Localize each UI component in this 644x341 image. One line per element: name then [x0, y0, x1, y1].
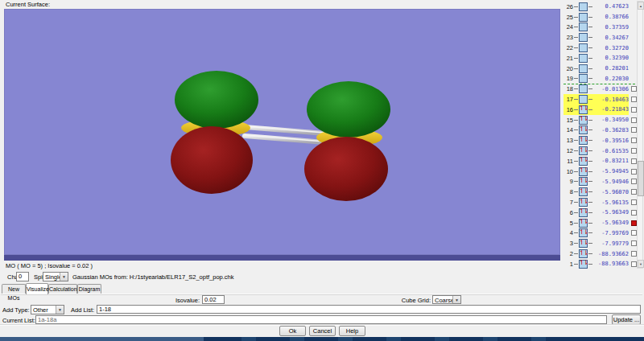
orbital-level-button[interactable]: ↿⇂	[579, 167, 588, 176]
mo-number: 11	[564, 158, 573, 165]
add-list-input[interactable]: 1-18	[97, 305, 641, 314]
mo-visible-checkbox[interactable]	[631, 117, 637, 123]
tab-visualize[interactable]: Visualize	[26, 283, 48, 294]
orbital-level-button[interactable]: ↿⇂	[579, 116, 588, 125]
mo-visible-checkbox[interactable]	[631, 230, 637, 236]
scroll-up-icon[interactable]: ▲	[638, 2, 644, 10]
mo-visible-checkbox[interactable]	[631, 251, 637, 257]
orbital-level-button[interactable]: ↿⇂	[579, 136, 588, 145]
mo-visible-checkbox[interactable]	[631, 86, 637, 92]
scrollbar-thumb[interactable]	[638, 161, 644, 196]
orbital-level-button[interactable]	[579, 13, 588, 22]
cancel-button[interactable]: Cancel	[309, 326, 336, 336]
orbital-level-button[interactable]: ↿⇂	[579, 105, 588, 114]
viewport-3d[interactable]	[4, 9, 560, 255]
level-tick	[574, 6, 578, 7]
level-tick	[574, 68, 578, 69]
mo-energy: -0.10463	[593, 97, 629, 103]
mo-row: 250.38766	[564, 12, 637, 23]
scroll-down-icon[interactable]: ▼	[638, 260, 644, 268]
chevron-down-icon[interactable]: ▼	[56, 306, 64, 314]
charge-input[interactable]: 0	[16, 272, 29, 281]
orbital-level-button[interactable]: ↿⇂	[579, 157, 588, 166]
level-tick	[574, 120, 578, 121]
electron-pair-icon: ↿⇂	[579, 188, 587, 195]
current-list-input[interactable]: 1a-18a	[35, 315, 607, 324]
orbital-level-button[interactable]: ↿⇂	[579, 187, 588, 196]
orbital-level-button[interactable]: ↿⇂	[579, 125, 588, 134]
mo-row: 18-0.01306	[564, 84, 637, 94]
tab-diagram[interactable]: Diagram	[77, 284, 101, 294]
mo-visible-checkbox[interactable]	[631, 148, 637, 154]
add-list-label: Add List:	[71, 306, 94, 314]
mo-visible-checkbox[interactable]	[631, 158, 637, 164]
mo-number: 4	[564, 229, 573, 236]
orbital-level-button[interactable]	[579, 23, 588, 31]
mo-row: 210.32390	[564, 53, 637, 64]
orbital-level-button[interactable]: ↿⇂	[579, 146, 588, 155]
mo-row: 200.28201	[564, 64, 637, 74]
electron-pair-icon: ↿⇂	[579, 219, 587, 225]
button-row-divider	[0, 324, 644, 325]
level-tick	[574, 191, 578, 192]
help-button[interactable]: Help	[339, 326, 365, 336]
orbital-level-button[interactable]: ↿⇂	[579, 198, 588, 207]
mo-visible-checkbox[interactable]	[631, 199, 637, 205]
chevron-down-icon[interactable]: ▼	[452, 296, 460, 303]
level-tick	[574, 150, 578, 151]
orbital-level-button[interactable]: ↿⇂	[579, 249, 588, 258]
orbital-level-button[interactable]: ↿⇂	[579, 260, 588, 269]
taskbar-segment	[0, 337, 204, 341]
spin-select[interactable]: Singlet ▼	[43, 272, 68, 281]
orbital-level-button[interactable]	[579, 33, 588, 42]
mo-row: 7↿⇂-5.96135	[564, 197, 637, 207]
orbital-level-button[interactable]: ↿⇂	[579, 208, 588, 217]
mo-visible-checkbox[interactable]	[631, 179, 637, 184]
add-type-select[interactable]: Other ▼	[31, 305, 64, 314]
mo-visible-checkbox[interactable]	[631, 210, 637, 216]
tab-new-mos[interactable]: New MOs	[2, 284, 26, 294]
mo-visible-checkbox[interactable]	[631, 240, 637, 246]
level-tick	[574, 243, 578, 244]
orbital-level-button[interactable]	[579, 84, 588, 93]
orbital-level-button[interactable]	[579, 43, 588, 52]
ok-button[interactable]: Ok	[279, 326, 306, 336]
mo-number: 10	[564, 168, 573, 175]
chevron-down-icon[interactable]: ▼	[60, 273, 68, 281]
orbital-level-button[interactable]	[579, 64, 588, 73]
negative-lobe	[304, 137, 388, 201]
orbital-level-button[interactable]	[579, 95, 588, 104]
electron-pair-icon: ↿⇂	[579, 260, 587, 266]
mo-visible-checkbox[interactable]	[631, 127, 637, 133]
mo-visible-checkbox[interactable]	[631, 169, 637, 175]
orbital-level-button[interactable]	[579, 2, 588, 11]
orbital-level-button[interactable]	[579, 54, 588, 63]
mo-row: 190.22030	[564, 74, 637, 84]
mo-visible-checkbox[interactable]	[631, 261, 637, 267]
orbital-level-button[interactable]: ↿⇂	[579, 219, 588, 228]
mo-row: 230.34267	[564, 32, 637, 43]
mo-list-scrollbar[interactable]: ▲ ▼	[637, 1, 643, 269]
mo-caption: MO ( MO = 5) ; Isovalue = 0.02 )	[6, 262, 93, 269]
orbital-level-button[interactable]: ↿⇂	[579, 239, 588, 248]
orbital-level-button[interactable]: ↿⇂	[579, 177, 588, 186]
positive-lobe	[175, 71, 258, 129]
mo-visible-checkbox[interactable]	[631, 220, 637, 226]
level-tick	[588, 171, 592, 172]
orbital-level-button[interactable]: ↿⇂	[579, 228, 588, 237]
isovalue-input[interactable]: 0.02	[202, 295, 225, 304]
mo-visible-checkbox[interactable]	[631, 107, 637, 113]
level-tick	[588, 212, 592, 213]
cube-grid-select[interactable]: Coarse ▼	[432, 295, 461, 304]
tab-calculation[interactable]: Calculation	[48, 284, 77, 294]
viewport-bottom-edge	[4, 255, 560, 261]
mo-row: 5↿⇂-5.96349	[564, 218, 637, 228]
level-tick	[574, 171, 578, 172]
mo-visible-checkbox[interactable]	[631, 97, 637, 102]
mo-energy: 0.28201	[593, 65, 629, 72]
mo-visible-checkbox[interactable]	[631, 138, 637, 143]
mo-row: 14↿⇂-0.36283	[564, 125, 637, 136]
level-tick	[588, 202, 592, 203]
orbital-level-button[interactable]	[579, 74, 588, 83]
mo-visible-checkbox[interactable]	[631, 189, 637, 195]
